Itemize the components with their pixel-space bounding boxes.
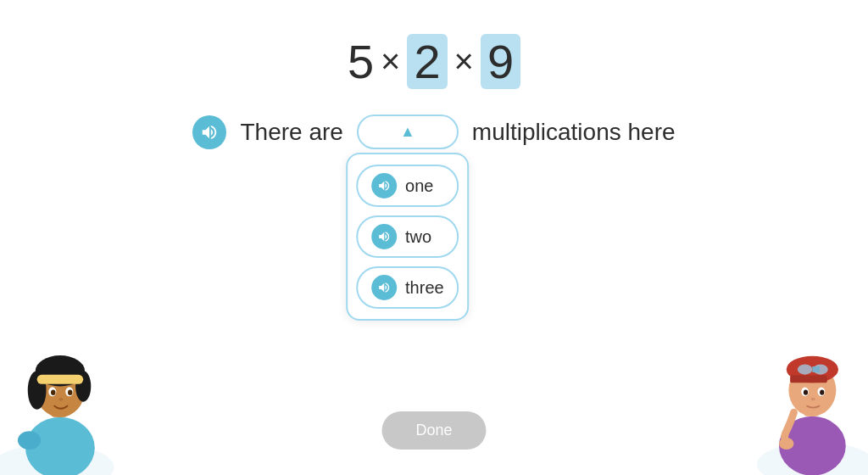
option-one-speaker[interactable]	[371, 173, 397, 198]
option-two-label: two	[405, 227, 431, 247]
character-left	[0, 305, 136, 475]
svg-rect-22	[812, 366, 820, 372]
speaker-button[interactable]	[192, 115, 226, 149]
dropdown-container: ▲ one	[357, 115, 459, 149]
svg-rect-7	[37, 375, 84, 384]
svg-rect-19	[790, 376, 827, 383]
eq-num-9: 9	[481, 34, 520, 89]
svg-point-11	[68, 390, 72, 395]
option-three[interactable]: three	[356, 266, 459, 309]
svg-point-28	[811, 398, 815, 401]
svg-point-13	[18, 431, 41, 450]
eq-num-2: 2	[407, 34, 447, 89]
question-suffix: multiplications here	[472, 119, 676, 146]
chevron-up-icon: ▲	[400, 123, 415, 141]
eq-num-5: 5	[348, 34, 374, 89]
option-one-speaker-icon	[377, 179, 391, 193]
option-one-label: one	[405, 176, 433, 196]
option-one[interactable]: one	[356, 165, 459, 207]
character-right	[749, 305, 868, 475]
dropdown-trigger[interactable]: ▲	[357, 115, 459, 149]
equation: 5 × 2 × 9	[348, 34, 520, 89]
svg-point-12	[58, 398, 63, 401]
svg-point-20	[798, 364, 813, 374]
option-two[interactable]: two	[356, 215, 459, 258]
svg-point-26	[820, 390, 824, 395]
svg-point-10	[51, 390, 55, 395]
option-three-speaker-icon	[377, 281, 391, 294]
option-two-speaker[interactable]	[371, 224, 397, 249]
eq-op-2: ×	[454, 42, 474, 81]
question-row: There are ▲ one	[192, 115, 675, 149]
eq-op-1: ×	[381, 42, 400, 81]
done-button[interactable]: Done	[381, 411, 486, 450]
main-content: 5 × 2 × 9 There are ▲	[0, 0, 868, 158]
speaker-icon	[200, 123, 219, 142]
dropdown-menu: one two three	[346, 153, 470, 321]
svg-point-27	[779, 438, 794, 450]
option-three-label: three	[405, 278, 444, 298]
option-two-speaker-icon	[377, 230, 391, 243]
option-three-speaker[interactable]	[371, 275, 397, 300]
question-prefix: There are	[240, 119, 342, 146]
svg-point-25	[804, 390, 808, 395]
